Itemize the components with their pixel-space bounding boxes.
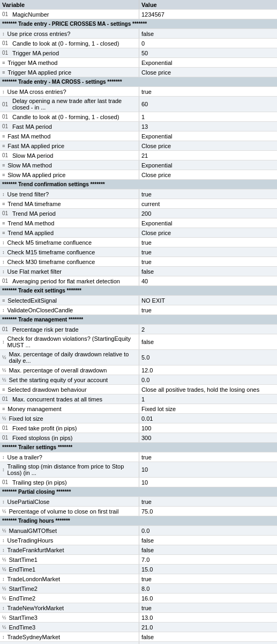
table-row: ½ Set the starting equity of your accoun… <box>0 375 277 385</box>
var-cell: ½ Fixed lot size <box>0 414 139 423</box>
row-prefix: 01 <box>2 123 11 129</box>
var-label: Selected drawdown behaviour <box>8 386 86 393</box>
val-cell: Close price <box>139 228 277 237</box>
val-text: 5.0 <box>141 354 149 361</box>
table-row: 01 Delay opening a new trade after last … <box>0 97 277 112</box>
var-cell: 01 Candle to look at (0 - forming, 1 - c… <box>0 112 139 121</box>
val-cell: 0.01 <box>139 414 277 423</box>
var-cell: ≡ Trigger MA method <box>0 58 139 67</box>
val-text: 0.0 <box>141 377 149 383</box>
table-row: ½ EndTime3 21.0 <box>0 623 277 632</box>
val-text: false <box>141 547 154 553</box>
var-label: Check for drawdown violations? (Starting… <box>8 335 137 348</box>
var-label: Use trend filter? <box>8 191 49 197</box>
table-row: ≡ Slow MA applied price Close price <box>0 170 277 180</box>
table-row: 01 Trailing step (in pips) 10 <box>0 478 277 487</box>
var-cell: ↕ UsePartialClose <box>0 497 139 506</box>
table-row: 01 Trigger MA period 50 <box>0 48 277 58</box>
val-cell: Close price <box>139 170 277 179</box>
val-text: 100 <box>141 425 151 431</box>
var-cell: ↕ Use MA cross entries? <box>0 87 139 96</box>
frac-icon: ½ <box>2 416 6 421</box>
var-cell: ↕ Use a trailer? <box>0 452 139 462</box>
row-prefix: 01 <box>2 114 11 120</box>
val-cell: true <box>139 603 277 612</box>
val-cell: 15.0 <box>139 565 277 574</box>
var-cell: ↕ UseTradingHours <box>0 536 139 545</box>
val-text: 13 <box>141 123 148 130</box>
enum-icon: ≡ <box>2 172 5 178</box>
val-cell: true <box>139 87 277 96</box>
val-text: 1 <box>141 114 145 120</box>
val-text: false <box>141 537 154 544</box>
val-text: 21 <box>141 152 148 159</box>
bool-icon: ↕ <box>2 339 5 345</box>
val-text: true <box>141 499 152 505</box>
enum-icon: ≡ <box>2 60 5 65</box>
table-row: ≡ Money management Fixed lot size <box>0 404 277 414</box>
val-text: 1234567 <box>141 11 164 18</box>
var-label: EndTime1 <box>9 566 36 573</box>
table-row: 01 Max. concurrent trades at all times 1 <box>0 394 277 404</box>
var-cell: 01 MagicNumber <box>0 10 139 19</box>
table-header: Variable Value <box>0 0 277 10</box>
val-cell: true <box>139 305 277 314</box>
row-prefix: 01 <box>2 435 11 441</box>
table-row: 01 Candle to look at (0 - forming, 1 - c… <box>0 112 277 122</box>
var-label: Max. concurrent trades at all times <box>12 396 102 402</box>
var-label: StartTime1 <box>9 557 38 563</box>
table-row: ↕ TradeLondonMarket true <box>0 574 277 584</box>
var-label: Money management <box>8 406 61 412</box>
table-row: ½ Max. percentage of overall drawdown 12… <box>0 365 277 375</box>
table-row: ≡ Fast MA method Exponential <box>0 131 277 141</box>
row-prefix: 01 <box>2 479 11 485</box>
val-text: 50 <box>141 50 148 56</box>
val-cell: true <box>139 574 277 583</box>
bool-icon: ↕ <box>2 547 5 553</box>
bool-icon: ↕ <box>2 269 5 274</box>
row-prefix: 01 <box>2 210 11 216</box>
val-text: current <box>141 201 160 207</box>
section-header: ******* Trailer settings ******* <box>0 443 277 452</box>
var-cell: ½ EndTime2 <box>0 594 139 603</box>
frac-icon: ½ <box>2 355 6 360</box>
val-cell: 8.0 <box>139 584 277 593</box>
var-label: Trigger MA applied price <box>8 69 71 76</box>
var-cell: 01 Candle to look at (0 - forming, 1 - c… <box>0 39 139 48</box>
frac-icon: ½ <box>2 509 6 514</box>
var-cell: ½ StartTime1 <box>0 555 139 564</box>
val-cell: 12.0 <box>139 365 277 375</box>
val-cell: 0.0 <box>139 375 277 384</box>
table-row: ↕ ValidateOnClosedCandle true <box>0 305 277 315</box>
val-text: true <box>141 576 152 582</box>
table-row: ↕ Check for drawdown violations? (Starti… <box>0 334 277 350</box>
var-cell: ½ Set the starting equity of your accoun… <box>0 375 139 384</box>
val-cell: 50 <box>139 48 277 57</box>
var-cell: ½ StartTime2 <box>0 584 139 593</box>
row-prefix: 01 <box>2 425 11 431</box>
frac-icon: ½ <box>2 368 6 373</box>
var-label: EndTime3 <box>9 624 36 631</box>
var-label: Trailing step (in pips) <box>12 479 67 486</box>
var-cell: ↕ Check M5 timeframe confluence <box>0 238 139 247</box>
val-cell: 21.0 <box>139 642 277 644</box>
var-cell: 01 Delay opening a new trade after last … <box>0 97 139 112</box>
table-row: ≡ Trend MA applied Close price <box>0 228 277 238</box>
bool-icon: ↕ <box>2 240 5 245</box>
val-cell: 60 <box>139 97 277 112</box>
var-label: Fixed take profit (in pips) <box>12 425 77 431</box>
enum-icon: ≡ <box>2 387 5 392</box>
bool-icon: ↕ <box>2 250 5 255</box>
var-cell: ↕ Use trend filter? <box>0 189 139 199</box>
var-label: Percentage risk per trade <box>12 326 79 333</box>
var-label: Use Flat market filter <box>8 268 62 275</box>
enum-icon: ≡ <box>2 163 5 168</box>
section-label: ******* Trade entry - MA CROSS - setting… <box>0 77 277 86</box>
table-row: 01 Fast MA period 13 <box>0 122 277 131</box>
var-cell: 01 Trend MA period <box>0 209 139 218</box>
val-text: Close price <box>141 230 171 236</box>
var-label: TradeNewYorkMarket <box>8 605 64 611</box>
val-cell: 21 <box>139 151 277 160</box>
table-row: ½ Fixed lot size 0.01 <box>0 414 277 423</box>
val-cell: true <box>139 247 277 257</box>
